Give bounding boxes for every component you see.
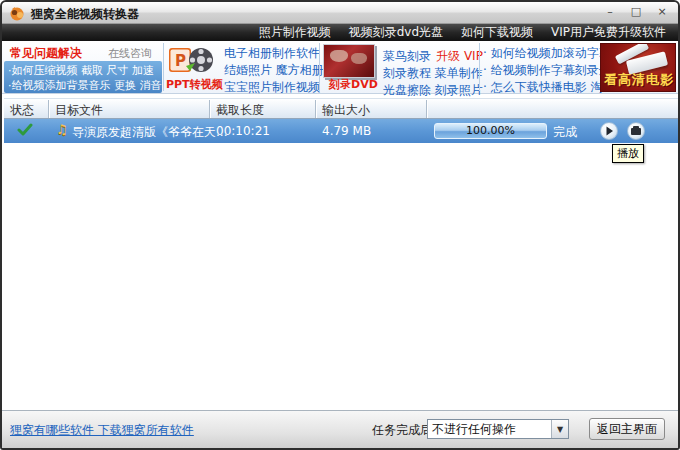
burn-link-row-1: 菜鸟刻录 升级 VIP (383, 45, 483, 65)
after-task-dropdown[interactable]: 不进行任何操作 ▼ (427, 419, 569, 439)
task-status-text: 完成 (553, 124, 577, 141)
ppt-to-video-icon: P (168, 44, 214, 78)
banner-label: 看高清电影 (604, 71, 674, 89)
menu-download-video[interactable]: 如何下载视频 (461, 24, 533, 41)
burn-link-upgrade-vip[interactable]: 升级 VIP (436, 49, 483, 63)
burn-link-tutorial[interactable]: 刻录教程 菜单制作 (383, 65, 483, 82)
maximize-button[interactable]: □ (628, 4, 644, 20)
col-clip-length[interactable]: 截取长度 (216, 102, 264, 119)
divider (479, 43, 480, 91)
divider (319, 43, 320, 91)
task-list-body[interactable] (4, 143, 680, 413)
header-divider (315, 100, 316, 118)
footer-bar: 狸窝有哪些软件 下载狸窝所有软件 任务完成后: 不进行任何操作 ▼ 返回主界面 (2, 410, 678, 448)
title-bar: 狸窝全能视频转换器 – □ × (2, 2, 678, 24)
dvd-panel[interactable]: 刻录DVD (321, 42, 379, 93)
faq-compress-link[interactable]: ·如何压缩视频 截取 尺寸 加速 (8, 63, 154, 78)
window-title: 狸窝全能视频转换器 (31, 6, 139, 23)
album-links: 电子相册制作软件 结婚照片 魔方相册 宝宝照片制作视频 (224, 42, 324, 92)
album-link-2[interactable]: 结婚照片 魔方相册 (224, 62, 324, 79)
album-link-3[interactable]: 宝宝照片制作视频 (224, 79, 324, 96)
svg-text:P: P (175, 52, 186, 70)
menu-vip-upgrade[interactable]: VIP用户免费升级软件 (551, 24, 666, 41)
task-row[interactable]: ♫ 导演原发超清版《爷爷在天... 00:10:21 4.79 MB 100.0… (4, 119, 680, 143)
minimize-button[interactable]: – (602, 4, 618, 20)
app-logo-icon (9, 5, 25, 21)
col-target-file[interactable]: 目标文件 (55, 102, 103, 119)
faq-title: 常见问题解决 (10, 45, 82, 62)
burn-link-erase[interactable]: 光盘擦除 刻录照片 (383, 82, 483, 99)
media-file-icon: ♫ (56, 122, 68, 137)
return-main-button[interactable]: 返回主界面 (589, 418, 665, 440)
ppt-label: PPT转视频 (166, 77, 223, 92)
task-duration: 00:10:21 (216, 124, 270, 138)
liwo-software-links[interactable]: 狸窝有哪些软件 下载狸窝所有软件 (10, 422, 194, 439)
menu-photo-to-video[interactable]: 照片制作视频 (259, 24, 331, 41)
progress-bar: 100.00% (434, 123, 547, 139)
header-divider (209, 100, 210, 118)
play-tooltip: 播放 (612, 144, 644, 163)
chevron-down-icon[interactable]: ▼ (551, 420, 568, 438)
divider (163, 43, 164, 91)
success-check-icon (17, 123, 33, 137)
task-table-header: 状态 目标文件 截取长度 输出大小 (4, 98, 680, 119)
task-size: 4.79 MB (322, 124, 371, 138)
after-task-dropdown-value: 不进行任何操作 (428, 421, 551, 438)
col-status[interactable]: 状态 (10, 102, 34, 119)
faq-bgm-link[interactable]: ·给视频添加背景音乐 更换 消音 (8, 78, 162, 93)
dvd-thumbnail-image (323, 44, 375, 78)
play-icon (604, 126, 614, 136)
burn-links: 菜鸟刻录 升级 VIP 刻录教程 菜单制作 光盘擦除 刻录照片 (383, 42, 483, 92)
menu-bar: 照片制作视频 视频刻录dvd光盘 如何下载视频 VIP用户免费升级软件 (2, 24, 678, 41)
promo-strip: 常见问题解决 在线咨询 ·如何压缩视频 截取 尺寸 加速 ·给视频添加背景音乐 … (2, 41, 678, 94)
app-window: 狸窝全能视频转换器 – □ × 照片制作视频 视频刻录dvd光盘 如何下载视频 … (0, 0, 680, 450)
hd-movie-banner[interactable]: 看高清电影 (600, 43, 676, 92)
album-link-1[interactable]: 电子相册制作软件 (224, 45, 324, 62)
open-folder-button[interactable] (627, 122, 645, 140)
faq-panel: 常见问题解决 在线咨询 ·如何压缩视频 截取 尺寸 加速 ·给视频添加背景音乐 … (4, 42, 162, 93)
menu-burn-dvd[interactable]: 视频刻录dvd光盘 (349, 24, 443, 41)
online-consult-link[interactable]: 在线咨询 (108, 46, 152, 61)
burn-link-newbie[interactable]: 菜鸟刻录 (383, 49, 431, 63)
col-output-size[interactable]: 输出大小 (322, 102, 370, 119)
header-divider (48, 100, 49, 118)
folder-icon (631, 128, 641, 135)
dvd-label: 刻录DVD (329, 77, 378, 92)
ppt-panel[interactable]: P PPT转视频 (165, 42, 220, 93)
faq-link-box: ·如何压缩视频 截取 尺寸 加速 ·给视频添加背景音乐 更换 消音 (4, 61, 162, 93)
task-filename: 导演原发超清版《爷爷在天... (72, 124, 227, 141)
play-button[interactable] (600, 122, 618, 140)
close-button[interactable]: × (654, 4, 670, 20)
header-divider (426, 100, 427, 118)
